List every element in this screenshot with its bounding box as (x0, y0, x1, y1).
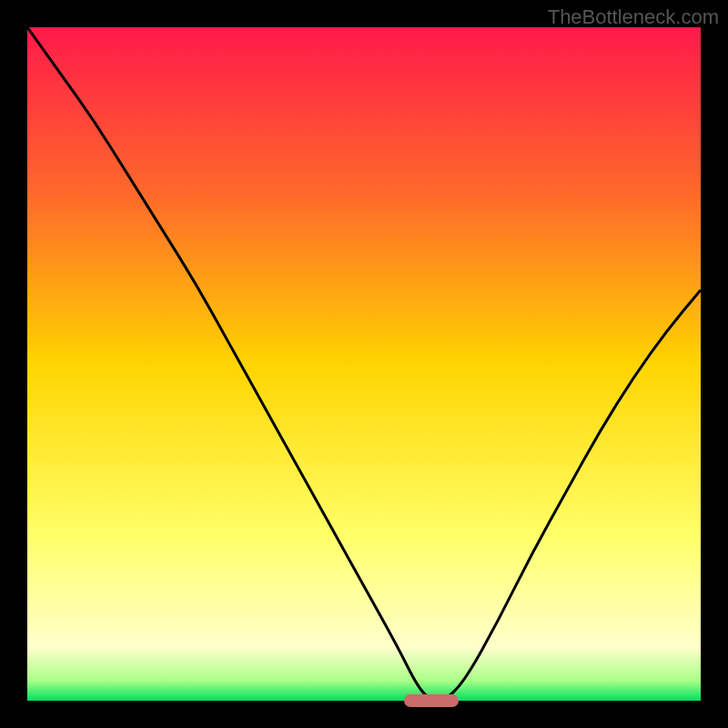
watermark-text: TheBottleneck.com (548, 5, 719, 29)
chart-svg (27, 27, 701, 701)
optimal-marker (404, 694, 458, 707)
gradient-background (27, 27, 701, 701)
chart-canvas (27, 27, 701, 701)
